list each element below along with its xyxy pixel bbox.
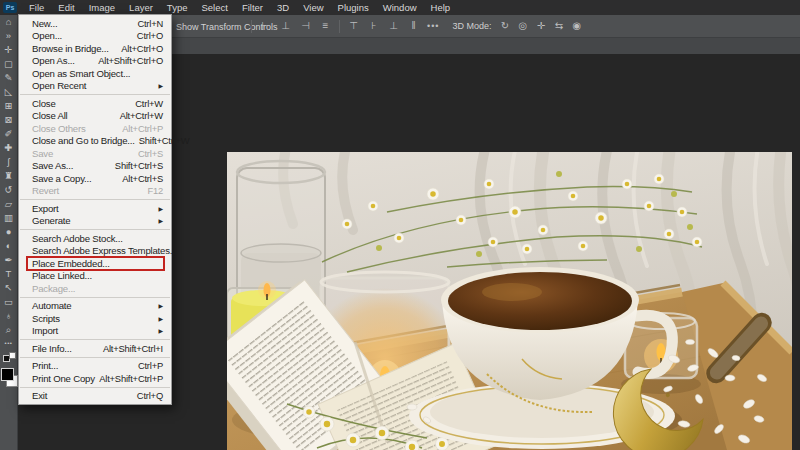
brush-tool[interactable]: ʃ (0, 156, 18, 167)
photo-canvas[interactable] (227, 152, 792, 450)
file-menu-item[interactable]: Save Ctrl+S (19, 147, 171, 160)
file-menu-item[interactable]: Open Recent ▶ (19, 80, 171, 93)
menu-shortcut: Shift+Ctrl+S (115, 160, 163, 171)
menu-shortcut: Alt+Ctrl+S (122, 173, 163, 184)
frame-tool[interactable]: ⊠ (0, 114, 18, 125)
3d-pan-icon[interactable]: ✛ (534, 15, 547, 37)
menubar-item[interactable]: Window (376, 0, 424, 15)
file-menu-item[interactable]: Import ▶ (19, 325, 171, 338)
file-menu-item[interactable]: Open... Ctrl+O (19, 30, 171, 43)
distribute-horizontal-icon[interactable]: ≡ (319, 15, 332, 37)
eraser-tool[interactable]: ▱ (0, 198, 18, 209)
history-brush-tool[interactable]: ↺ (0, 184, 18, 195)
file-menu-item[interactable]: Exit Ctrl+Q (19, 390, 171, 403)
object-selection-tool[interactable]: ◺ (0, 86, 18, 97)
path-select-tool[interactable]: ↖ (0, 282, 18, 293)
menu-shortcut: Ctrl+N (137, 18, 163, 29)
menubar-item[interactable]: Select (194, 0, 234, 15)
file-menu-item[interactable]: Package... (19, 282, 171, 295)
submenu-arrow-icon: ▶ (159, 82, 163, 89)
file-menu-item[interactable]: Close Ctrl+W (19, 97, 171, 110)
foreground-color-swatch[interactable] (1, 368, 14, 381)
menubar-item[interactable]: View (296, 0, 330, 15)
menubar-item[interactable]: Plugins (331, 0, 376, 15)
menubar-item[interactable]: Filter (235, 0, 270, 15)
file-menu-item[interactable]: Open as Smart Object... (19, 67, 171, 80)
menubar-item[interactable]: Layer (122, 0, 160, 15)
file-menu-item[interactable]: Automate ▶ (19, 300, 171, 313)
align-vertical-centers-icon[interactable]: ⊦ (367, 15, 380, 37)
3d-orbit-icon[interactable]: ↻ (498, 15, 511, 37)
menubar-item[interactable]: Image (82, 0, 122, 15)
file-menu-item[interactable]: Search Adobe Stock... (19, 232, 171, 245)
shape-tool[interactable]: ▭ (0, 296, 18, 307)
healing-brush-tool[interactable]: ✚ (0, 142, 18, 153)
file-menu-item[interactable]: Save As... Shift+Ctrl+S (19, 160, 171, 173)
crop-tool[interactable]: ⊞ (0, 100, 18, 111)
menubar-item[interactable]: Type (160, 0, 195, 15)
file-menu-item[interactable]: Export ▶ (19, 202, 171, 215)
distribute-vertical-icon[interactable]: ‖ (407, 15, 420, 37)
file-menu-item[interactable]: Open As... Alt+Shift+Ctrl+O (19, 55, 171, 68)
align-horizontal-centers-icon[interactable]: ⊥ (279, 15, 292, 37)
clone-stamp-tool[interactable]: ♜ (0, 170, 18, 181)
menu-shortcut: Ctrl+P (138, 360, 163, 371)
type-tool[interactable]: T (0, 268, 18, 279)
menu-separator (20, 229, 170, 230)
menu-bar: Ps File Edit Image Layer Type Select Fil… (0, 0, 800, 15)
menubar-item[interactable]: File (22, 0, 51, 15)
file-menu-item[interactable]: New... Ctrl+N (19, 17, 171, 30)
menubar-item[interactable]: Edit (51, 0, 81, 15)
pen-tool[interactable]: ✒ (0, 254, 18, 265)
file-menu-item[interactable]: Print One Copy Alt+Shift+Ctrl+P (19, 372, 171, 385)
align-bottom-edges-icon[interactable]: ⊥ (387, 15, 400, 37)
swap-bg-mini (9, 352, 16, 359)
submenu-arrow-icon: ▶ (159, 315, 163, 322)
move-tool[interactable]: ✛ (0, 44, 18, 55)
menu-shortcut: Alt+Ctrl+W (120, 110, 163, 121)
file-menu-item[interactable]: Place Linked... (19, 270, 171, 283)
align-top-edges-icon[interactable]: ⊤ (347, 15, 360, 37)
3d-zoom-camera-icon[interactable]: ◉ (570, 15, 583, 37)
3d-slide-icon[interactable]: ⇆ (552, 15, 565, 37)
hand-tool[interactable]: ♁ (0, 310, 18, 321)
file-menu-item[interactable]: Close Others Alt+Ctrl+P (19, 122, 171, 135)
options-overflow-icon[interactable]: ••• (427, 21, 439, 31)
3d-roll-icon[interactable]: ◎ (516, 15, 529, 37)
file-menu-item[interactable]: File Info... Alt+Shift+Ctrl+I (19, 342, 171, 355)
color-swatches (0, 364, 18, 392)
file-menu-item[interactable]: Place Embedded... (19, 257, 171, 270)
3d-mode-label: 3D Mode: (452, 21, 491, 31)
menu-shortcut: Shift+Ctrl+W (139, 135, 190, 146)
marquee-tool[interactable]: ▢ (0, 58, 18, 69)
swap-colors-icon[interactable] (3, 352, 15, 361)
tea-tray-photo (227, 152, 792, 450)
file-menu-item[interactable]: Scripts ▶ (19, 312, 171, 325)
dodge-tool[interactable]: ◐ (0, 240, 18, 251)
align-left-edges-icon[interactable]: ⊢ (259, 15, 272, 37)
eyedropper-tool[interactable]: ✐ (0, 128, 18, 139)
file-menu-item[interactable]: Search Adobe Express Templates... (19, 245, 171, 258)
options-separator (339, 20, 340, 33)
file-menu-item[interactable]: Save a Copy... Alt+Ctrl+S (19, 172, 171, 185)
file-menu-item[interactable]: Revert F12 (19, 185, 171, 198)
blur-tool[interactable]: ● (0, 226, 18, 237)
submenu-arrow-icon: ▶ (159, 217, 163, 224)
toolbar-more-icon[interactable]: ••• (0, 338, 18, 349)
menubar-item[interactable]: Help (424, 0, 458, 15)
submenu-arrow-icon: ▶ (159, 205, 163, 212)
file-menu-item[interactable]: Browse in Bridge... Alt+Ctrl+O (19, 42, 171, 55)
menubar-item[interactable]: 3D (270, 0, 296, 15)
file-menu-item[interactable]: Close and Go to Bridge... Shift+Ctrl+W (19, 135, 171, 148)
file-menu-dropdown: New... Ctrl+N Open... Ctrl+O Browse in B… (18, 14, 172, 405)
align-right-edges-icon[interactable]: ⊣ (299, 15, 312, 37)
zoom-tool[interactable]: ⌕ (0, 324, 18, 335)
file-menu-item[interactable]: Generate ▶ (19, 215, 171, 228)
gradient-tool[interactable]: ▥ (0, 212, 18, 223)
lasso-tool[interactable]: ✎ (0, 72, 18, 83)
file-menu-item[interactable]: Print... Ctrl+P (19, 360, 171, 373)
home-icon[interactable]: ⌂ (0, 16, 18, 27)
menu-separator (20, 339, 170, 340)
toolbar-expand-icon[interactable]: » (0, 30, 18, 41)
file-menu-item[interactable]: Close All Alt+Ctrl+W (19, 110, 171, 123)
